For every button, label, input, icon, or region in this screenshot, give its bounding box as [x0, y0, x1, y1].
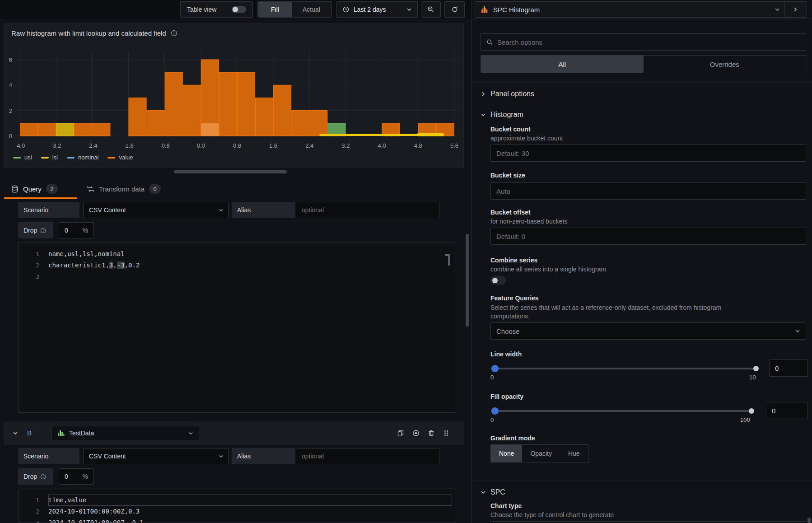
panel-options-title: Panel options: [490, 90, 534, 98]
alias-label-b: Alias: [232, 448, 295, 464]
line-width-value: 0: [775, 364, 779, 372]
svg-text:5.6: 5.6: [450, 142, 458, 149]
fill-opacity-slider-handle[interactable]: [491, 407, 499, 415]
zoom-out-button[interactable]: [421, 1, 441, 18]
legend-item-lsl[interactable]: lsl: [41, 154, 58, 161]
query-ref-b[interactable]: B: [27, 429, 32, 437]
time-range-label: Last 2 days: [354, 6, 386, 13]
tab-query[interactable]: Query 2: [11, 180, 58, 198]
refresh-button[interactable]: [444, 1, 465, 18]
bucket-size-label: Bucket size: [490, 172, 525, 179]
fill-opacity-value: 0: [772, 407, 775, 415]
svg-text:6: 6: [9, 56, 12, 63]
legend-item-usl[interactable]: usl: [13, 154, 32, 161]
code-text: 2024-10-01T00:00:00Z,0.3: [48, 506, 452, 517]
collapse-chevron-icon[interactable]: [13, 430, 18, 436]
section-panel-options[interactable]: Panel options: [481, 86, 534, 102]
refresh-icon: [451, 6, 458, 13]
svg-text:-3.2: -3.2: [51, 142, 61, 149]
svg-text:3.2: 3.2: [341, 142, 350, 149]
section-histogram[interactable]: Histogram: [481, 107, 523, 123]
table-view-toggle[interactable]: [232, 6, 246, 13]
bucket-offset-input[interactable]: Default: 0: [490, 228, 806, 245]
code-line[interactable]: 32024-10-01T01:00:00Z,-0.1: [19, 517, 456, 523]
bucket-count-placeholder: Default: 30: [496, 149, 529, 157]
code-line[interactable]: 22024-10-01T00:00:00Z,0.3: [19, 506, 456, 517]
alias-input-b[interactable]: optional: [296, 448, 439, 464]
drop-input-a[interactable]: 0 %: [59, 222, 94, 238]
vertical-scrollbar[interactable]: [466, 234, 469, 327]
bucket-offset-desc: for non-zero-based buckets: [490, 218, 567, 225]
fill-button[interactable]: Fill: [258, 2, 292, 17]
actual-button[interactable]: Actual: [292, 2, 331, 17]
zoom-out-icon: [427, 6, 434, 13]
toolbar: Table view Fill Actual Last 2 days: [0, 0, 471, 19]
sidebar-scrollbar[interactable]: [807, 518, 811, 523]
legend-label: nominal: [78, 154, 99, 161]
chevron-right-icon: [481, 91, 486, 97]
query-row-b-header: B TestData: [4, 421, 464, 445]
chevron-down-icon: [775, 7, 780, 12]
code-line[interactable]: 1name,usl,lsl,nominal: [19, 248, 456, 260]
alias-input-a[interactable]: optional: [296, 202, 439, 218]
legend-label: value: [119, 154, 133, 161]
line-width-value-input[interactable]: 0: [769, 360, 808, 377]
legend-item-nominal[interactable]: nominal: [67, 154, 99, 161]
drag-handle-icon[interactable]: [443, 430, 449, 437]
scenario-select-b[interactable]: CSV Content: [83, 448, 229, 464]
panel-type-select[interactable]: SPC Histogram: [475, 1, 807, 18]
chart-legend: usllslnominalvalue: [13, 154, 133, 161]
line-width-slider-handle[interactable]: [491, 365, 499, 372]
bucket-count-input[interactable]: Default: 30: [490, 145, 806, 162]
line-number: 2: [26, 506, 39, 517]
svg-text:-0.8: -0.8: [159, 142, 169, 149]
combine-series-label: Combine series: [490, 257, 537, 264]
testdata-datasource-icon: [57, 430, 65, 437]
gradient-option-hue[interactable]: Hue: [560, 445, 588, 462]
section-spc[interactable]: SPC: [481, 484, 505, 500]
legend-color-pill: [41, 157, 49, 159]
svg-text:-4.0: -4.0: [15, 142, 25, 149]
scenario-select-a[interactable]: CSV Content: [83, 202, 229, 218]
info-icon[interactable]: [171, 30, 177, 37]
code-line[interactable]: 2characteristic1,3,-3,0.2: [19, 260, 456, 271]
collapse-pane-button[interactable]: [789, 7, 801, 12]
horizontal-scrollbar[interactable]: [174, 170, 287, 173]
bucket-size-input[interactable]: Auto: [490, 182, 806, 200]
tab-transform-data[interactable]: Transform data 0: [87, 180, 161, 198]
fill-opacity-value-input[interactable]: 0: [766, 402, 808, 419]
code-line[interactable]: 1time,value: [19, 495, 456, 506]
datasource-select-b[interactable]: TestData: [51, 426, 199, 440]
histogram-chart[interactable]: 0246-4.0-3.2-2.4-1.6-0.80.00.81.62.43.24…: [8, 47, 460, 152]
line-width-slider[interactable]: [492, 368, 756, 369]
scenario-label-a: Scenario: [18, 202, 79, 218]
time-range-picker[interactable]: Last 2 days: [336, 1, 418, 18]
panel-title: Raw histogram with limit lookup and calc…: [11, 29, 166, 37]
gradient-option-none[interactable]: None: [491, 445, 522, 462]
combine-series-toggle[interactable]: [490, 276, 506, 285]
chart-type-select[interactable]: [490, 521, 806, 523]
code-line[interactable]: 3: [19, 271, 456, 282]
tab-all[interactable]: All: [481, 56, 644, 73]
duplicate-query-button[interactable]: [397, 430, 404, 437]
fill-opacity-slider[interactable]: [492, 410, 751, 412]
svg-text:0.0: 0.0: [197, 142, 205, 149]
gradient-option-opacity[interactable]: Opacity: [522, 445, 560, 462]
info-icon[interactable]: [40, 474, 46, 480]
histogram-panel-icon: [481, 6, 489, 13]
tab-overrides[interactable]: Overrides: [644, 56, 806, 73]
combine-series-desc: combine all series into a single histogr…: [490, 266, 606, 273]
drop-input-b[interactable]: 0 %: [59, 468, 94, 485]
chart-type-label: Chart type: [490, 502, 522, 509]
chevron-down-icon: [406, 7, 412, 12]
bucket-count-label: Bucket count: [490, 126, 531, 133]
csv-editor-b[interactable]: 1time,value22024-10-01T00:00:00Z,0.33202…: [18, 489, 456, 523]
legend-item-value[interactable]: value: [107, 154, 133, 161]
feature-queries-select[interactable]: Choose: [490, 322, 806, 340]
trash-icon[interactable]: [428, 430, 435, 437]
csv-editor-a[interactable]: 1name,usl,lsl,nominal2characteristic1,3,…: [18, 243, 456, 413]
info-icon[interactable]: [40, 228, 46, 233]
svg-text:2: 2: [9, 107, 12, 114]
eye-icon[interactable]: [412, 430, 420, 437]
search-options-input[interactable]: Search options: [481, 33, 806, 51]
